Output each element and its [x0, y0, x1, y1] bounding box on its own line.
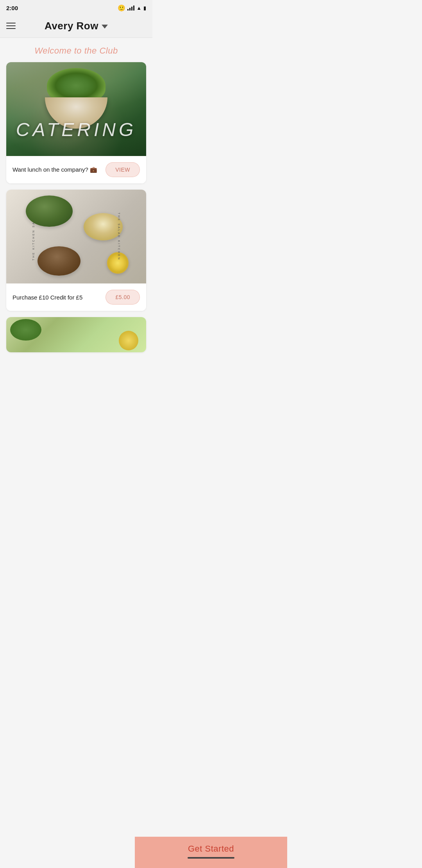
welcome-text: Welcome to the Club: [34, 46, 118, 56]
status-icons: 🙂 ▲ ▮: [118, 4, 146, 12]
menu-line-1: [6, 23, 16, 23]
salad-kitchen-bowls: [6, 190, 146, 283]
menu-button[interactable]: [6, 19, 20, 33]
catering-footer-text: Want lunch on the company? 💼: [13, 166, 97, 173]
salad-kitchen-price-button[interactable]: £5.00: [106, 290, 140, 305]
status-bar: 2:00 🙂 ▲ ▮: [0, 0, 152, 14]
catering-card: CATERING Want lunch on the company? 💼 VI…: [6, 62, 146, 183]
menu-line-3: [6, 28, 16, 29]
main-content: Welcome to the Club CATERING Want lunch …: [0, 38, 152, 390]
sk-bowl-3: [38, 246, 80, 276]
salad-kitchen-card: THE KITCHEN SALAD THE SALAD KITCHEN Purc…: [6, 190, 146, 311]
partial-card: [6, 317, 146, 352]
salad-kitchen-image: THE KITCHEN SALAD THE SALAD KITCHEN: [6, 190, 146, 283]
face-id-icon: 🙂: [118, 4, 125, 12]
status-time: 2:00: [6, 5, 18, 11]
battery-icon: ▮: [143, 5, 146, 11]
menu-line-2: [6, 25, 16, 26]
header-title-area[interactable]: Avery Row: [45, 20, 108, 32]
partial-card-image: [6, 317, 146, 352]
sk-bowl-1: [26, 195, 73, 227]
wifi-icon: ▲: [136, 5, 141, 11]
salad-kitchen-footer: Purchase £10 Credit for £5 £5.00: [6, 283, 146, 311]
sk-bowl-2: [84, 213, 123, 240]
catering-card-footer: Want lunch on the company? 💼 VIEW: [6, 156, 146, 183]
salad-kitchen-footer-text: Purchase £10 Credit for £5: [13, 294, 82, 301]
catering-view-button[interactable]: VIEW: [106, 162, 140, 177]
chevron-down-icon: [102, 25, 108, 29]
catering-card-image: CATERING: [6, 62, 146, 156]
signal-icon: [127, 5, 134, 11]
header-title: Avery Row: [45, 20, 98, 32]
welcome-section: Welcome to the Club: [0, 38, 152, 62]
vertical-text-right: THE SALAD KITCHEN: [118, 213, 120, 261]
header: Avery Row: [0, 14, 152, 38]
catering-label: CATERING: [16, 119, 136, 140]
